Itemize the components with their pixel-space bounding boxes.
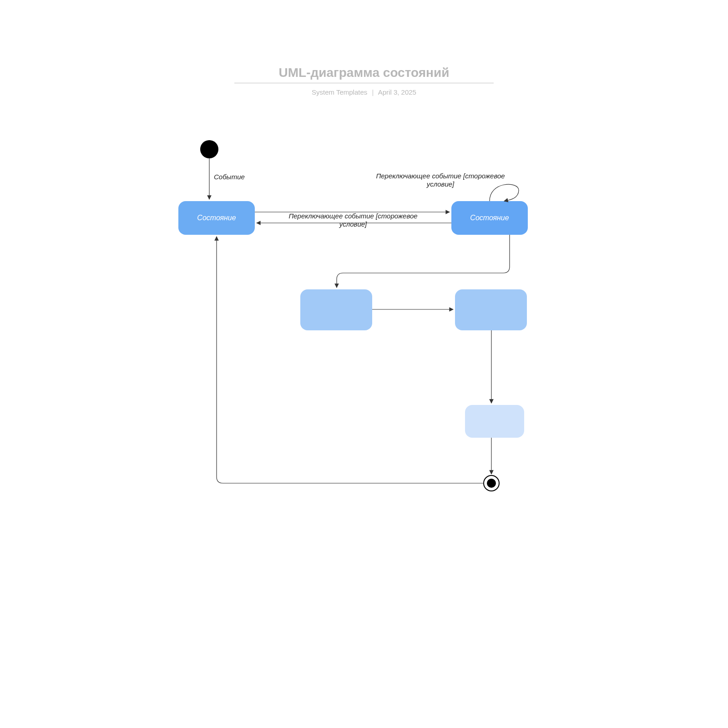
final-state-icon: [484, 475, 499, 491]
edge-label-switch-1-line2: условие]: [339, 220, 367, 228]
edge-label-self-loop-line1: Переключающее событие [сторожевое: [376, 172, 505, 180]
state-node-1-label: Состояние: [197, 214, 236, 222]
edge-label-initial-to-state1: Событие: [214, 173, 245, 181]
initial-state-icon: [200, 140, 218, 158]
state-node-3: [300, 289, 372, 330]
state-node-5: [465, 405, 524, 438]
edge-label-self-loop-line2: условие]: [426, 180, 455, 188]
edge-state2-to-state3: [337, 235, 510, 288]
state-node-2-label: Состояние: [470, 214, 509, 222]
edge-state2-self-loop: [490, 184, 519, 201]
state-node-4: [455, 289, 527, 330]
edge-label-switch-1-line1: Переключающее событие [сторожевое: [288, 212, 417, 220]
svg-point-1: [487, 479, 496, 488]
state-diagram-canvas: Событие Состояние Состояние Переключающе…: [0, 0, 728, 728]
edge-final-to-state1: [217, 237, 484, 483]
